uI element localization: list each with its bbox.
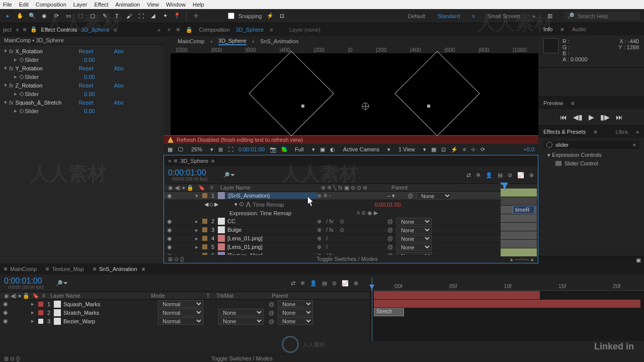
overflow-icon[interactable]: »	[532, 13, 535, 19]
tab-texturemap[interactable]: Texture_Map	[46, 266, 84, 272]
handle[interactable]	[301, 105, 304, 108]
layer-name[interactable]: [Lens_01.png]	[226, 244, 317, 250]
camera-dropdown[interactable]: Active Camera	[340, 146, 382, 152]
info-tab[interactable]: Info	[543, 26, 552, 32]
shy-icon[interactable]: 👤	[310, 280, 317, 287]
exposure-value[interactable]: +0.0	[523, 146, 534, 152]
color-mgmt-icon[interactable]	[282, 147, 287, 152]
snap-grid-icon[interactable]: ⊡	[278, 12, 286, 20]
workspace-small[interactable]: Small Screen	[487, 13, 520, 19]
zoom-tool-icon[interactable]: 🔍	[28, 12, 36, 20]
play-icon[interactable]: ▶	[589, 113, 594, 121]
reset-link[interactable]: Reset	[79, 65, 114, 71]
menu-edit[interactable]: Edit	[19, 2, 29, 8]
project-tab[interactable]: ject	[3, 27, 12, 33]
timeline-icon[interactable]: ≡	[463, 146, 466, 152]
track-bar[interactable]	[501, 206, 537, 214]
home-icon[interactable]: ▸	[4, 12, 12, 20]
parent-dropdown[interactable]: None	[417, 192, 452, 200]
lock-icon[interactable]: 🔒	[186, 27, 193, 33]
next-frame-icon[interactable]: ▮▶	[600, 113, 610, 121]
mode-dropdown[interactable]: Normal	[158, 309, 203, 316]
reset-link[interactable]: Reset	[79, 48, 114, 54]
about-link[interactable]: Abo	[114, 48, 124, 54]
res-icon[interactable]: ⊞	[218, 146, 223, 153]
track-bar[interactable]	[501, 189, 537, 197]
comp-tab-name[interactable]: 3D_Sphere	[236, 27, 264, 33]
time-remap-label[interactable]: Time Remap	[253, 202, 284, 208]
sync-icon[interactable]: ▥	[547, 13, 552, 19]
frame-blend-icon[interactable]: ▤	[322, 280, 327, 287]
ec-tab-menu-icon[interactable]: ≡	[113, 27, 116, 33]
ep-category[interactable]: ▾ Expression Controls	[543, 151, 639, 159]
workspace-menu-icon[interactable]: ≡	[472, 13, 475, 19]
axis-icon[interactable]: ⊹	[192, 12, 200, 20]
time-ruler[interactable]: :00f05f10f15f20f	[370, 278, 644, 291]
eye-icon[interactable]: ◉	[3, 318, 9, 324]
tab-menu-icon[interactable]: ≡	[270, 27, 273, 33]
expression-label[interactable]: Expression: Time Remap	[229, 210, 291, 216]
layer-row-5[interactable]: ◉▸5[Lens_01.png]⊕ /@None	[164, 243, 538, 251]
current-time[interactable]: 0:00:01:00	[238, 146, 265, 152]
stopwatch-icon[interactable]: ⏲	[19, 57, 25, 63]
twisty-icon[interactable]: ▾	[4, 48, 9, 54]
pixel-aspect-icon[interactable]: ⊡	[441, 146, 446, 153]
camera-tool-icon[interactable]: ▭	[64, 12, 72, 20]
slider-value[interactable]: 0.00	[84, 108, 95, 114]
parent-header[interactable]: Parent	[272, 293, 322, 299]
eye-icon[interactable]: ◉	[167, 218, 173, 225]
search-icon[interactable]: 🔎⏷	[223, 172, 235, 178]
prev-key-icon[interactable]: ◀	[204, 201, 209, 208]
reset-link[interactable]: Reset	[79, 100, 114, 106]
eye-icon[interactable]: ◉	[167, 235, 173, 242]
pan-behind-icon[interactable]: ⬚	[76, 12, 85, 20]
hand-tool-icon[interactable]: ✋	[16, 12, 24, 20]
brainstorm-icon[interactable]: ⊕	[354, 280, 358, 287]
parent-dropdown[interactable]: None	[278, 300, 313, 308]
info-menu-icon[interactable]: ≡	[560, 26, 564, 32]
layer-row-1[interactable]: ◉ ▾ 1 [SnS_Animation] ⊕ ✲ ╴– ▾ @None	[164, 192, 538, 200]
motion-blur-icon[interactable]: ⊘	[508, 172, 512, 178]
crumb-maincomp[interactable]: MainComp	[178, 38, 204, 44]
layer-name-header[interactable]: Layer Name	[220, 185, 321, 191]
menu-effect[interactable]: Effect	[94, 2, 108, 8]
grid-icon[interactable]: ▦	[168, 146, 173, 153]
layer-row-2[interactable]: ◉▸2CC⊕ / fx ⊙@None	[164, 217, 538, 226]
libraries-tab[interactable]: Libra	[615, 129, 627, 135]
ep-item-slider-control[interactable]: Slider Control	[543, 159, 639, 167]
trkmat-dropdown[interactable]: None	[218, 309, 264, 316]
layer-name[interactable]: Bezier_Warp	[62, 318, 158, 324]
layer-name[interactable]: [Lens_01.png]	[226, 235, 317, 241]
layer-row-6[interactable]: ◉▸6[Texture_Map]⊕ / fx@None	[164, 251, 538, 255]
prev-frame-icon[interactable]: ◀▮	[573, 113, 583, 121]
pen-tool-icon[interactable]: ✎	[101, 12, 109, 20]
ep-menu-icon[interactable]: ≡	[594, 129, 597, 135]
transparency-icon[interactable]: ▣	[320, 146, 325, 153]
overflow-icon[interactable]: »	[636, 129, 639, 135]
snap-opts-icon[interactable]: ⚡	[266, 12, 274, 20]
track-bar-stratch[interactable]	[374, 300, 640, 308]
slider-value[interactable]: 0.00	[84, 91, 95, 97]
menu-file[interactable]: File	[3, 2, 12, 8]
brush-tool-icon[interactable]: 🖌	[125, 12, 133, 20]
orbit-tool-icon[interactable]: ◉	[40, 12, 48, 20]
shy-icon[interactable]: 👤	[486, 172, 493, 178]
layer-row-4[interactable]: ◉▸4[Lens_01.png]⊕ /@None	[164, 234, 538, 243]
effect-controls-tab[interactable]: Effect Controls	[41, 27, 77, 33]
menu-window[interactable]: Window	[166, 2, 186, 8]
first-frame-icon[interactable]: ⏮	[560, 113, 567, 121]
fx-y-rotation[interactable]: Y_Rotation	[16, 65, 79, 71]
tab-maincomp[interactable]: MainComp	[4, 266, 37, 272]
mask-icon[interactable]: ◐	[330, 146, 335, 153]
search-help-input[interactable]	[578, 13, 637, 19]
parent-dropdown[interactable]: None	[396, 218, 432, 225]
fx-squash-stretch[interactable]: Squash_&_Stretch	[16, 100, 79, 106]
clear-icon[interactable]: ×	[633, 142, 636, 148]
layer-name[interactable]: Stratch_Marks	[62, 310, 158, 316]
roto-tool-icon[interactable]: ✦	[161, 12, 169, 20]
lock-icon[interactable]: 🔒	[30, 26, 37, 33]
track-bar[interactable]	[501, 214, 537, 223]
time-remap-value[interactable]: 0:00:01:00	[375, 202, 401, 208]
layer-name[interactable]: Bulge	[226, 227, 317, 233]
menu-animation[interactable]: Animation	[115, 2, 140, 8]
